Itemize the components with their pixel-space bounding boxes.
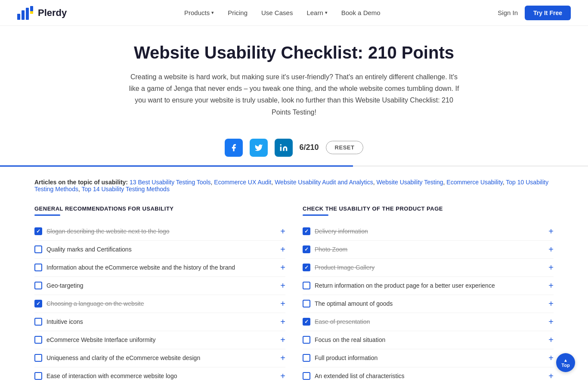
right-column: CHECK THE USABILITY OF THE PRODUCT PAGE … (303, 205, 554, 385)
scroll-to-top-button[interactable]: ▲ Top (556, 353, 575, 372)
left-column: GENERAL RECOMMENDATIONS FOR USABILITY Sl… (34, 205, 285, 385)
list-item: Information about the eCommerce website … (34, 259, 285, 277)
list-item: eCommerce Website Interface uniformity+ (34, 331, 285, 349)
expand-item-button[interactable]: + (280, 263, 285, 272)
article-link-2[interactable]: Ecommerce UX Audit (214, 179, 271, 186)
item-label: An extended list of characteristics (315, 372, 544, 381)
checkbox[interactable] (34, 300, 42, 307)
svg-rect-2 (26, 8, 29, 20)
facebook-share-button[interactable] (225, 139, 243, 157)
item-label: Quality marks and Certifications (46, 245, 276, 254)
item-label: eCommerce Website Interface uniformity (46, 335, 276, 345)
left-underline (34, 214, 60, 216)
expand-item-button[interactable]: + (280, 245, 285, 254)
nav-pricing[interactable]: Pricing (228, 9, 248, 16)
expand-item-button[interactable]: + (548, 317, 554, 326)
right-checklist: Delivery information+Photo Zoom+Product … (303, 223, 554, 385)
list-item: The optimal amount of goods+ (303, 295, 554, 313)
expand-item-button[interactable]: + (548, 245, 554, 254)
nav-book-demo[interactable]: Book a Demo (341, 9, 381, 16)
article-link-1[interactable]: 13 Best Usability Testing Tools (130, 179, 211, 186)
checkbox[interactable] (34, 245, 42, 253)
expand-item-button[interactable]: + (280, 354, 285, 362)
article-link-4[interactable]: Website Usability Testing (376, 179, 443, 186)
list-item: Intuitive icons+ (34, 313, 285, 331)
checkbox[interactable] (303, 318, 310, 326)
nav-auth: Sign In Try It Free (498, 6, 571, 20)
list-item: Focus on the real situation+ (303, 331, 554, 349)
list-item: Photo Zoom+ (303, 241, 554, 259)
svg-point-6 (280, 144, 281, 145)
list-item: Full product information+ (303, 349, 554, 367)
article-link-3[interactable]: Website Usability Audit and Analytics (275, 179, 373, 186)
item-label: Intuitive icons (46, 317, 276, 326)
svg-rect-5 (280, 146, 281, 151)
item-label: The optimal amount of goods (315, 299, 544, 308)
checklist-columns: GENERAL RECOMMENDATIONS FOR USABILITY Sl… (0, 201, 588, 385)
item-label: Information about the eCommerce website … (46, 263, 276, 272)
checkbox[interactable] (34, 227, 42, 235)
checkbox[interactable] (34, 282, 42, 289)
item-label: Focus on the real situation (315, 335, 544, 345)
expand-item-button[interactable]: + (548, 263, 554, 272)
expand-item-button[interactable]: + (280, 317, 285, 326)
checkbox[interactable] (34, 354, 42, 362)
article-link-5[interactable]: Ecommerce Usability (446, 179, 502, 186)
nav-learn[interactable]: Learn ▾ (306, 9, 327, 16)
sign-in-link[interactable]: Sign In (498, 9, 518, 16)
top-button-label: Top (561, 363, 569, 368)
logo-text: Plerdy (38, 7, 67, 19)
nav-products[interactable]: Products ▾ (184, 9, 214, 16)
checkbox[interactable] (303, 354, 310, 362)
checkbox[interactable] (34, 318, 42, 326)
checkbox[interactable] (303, 300, 310, 307)
hero-description: Creating a website is hard work, but mak… (126, 71, 462, 118)
item-label: Delivery information (315, 227, 544, 236)
item-label: Uniqueness and clarity of the eCommerce … (46, 354, 276, 363)
right-underline (303, 214, 328, 216)
list-item: Return information on the product page f… (303, 277, 554, 295)
social-row: 6/210 RESET (0, 128, 588, 165)
checkbox[interactable] (303, 372, 310, 380)
item-label: Product Image Gallery (315, 263, 544, 272)
expand-item-button[interactable]: + (548, 281, 554, 290)
expand-item-button[interactable]: + (280, 335, 285, 344)
expand-item-button[interactable]: + (280, 372, 285, 380)
checkbox[interactable] (34, 264, 42, 271)
expand-item-button[interactable]: + (548, 227, 554, 236)
reset-button[interactable]: RESET (326, 141, 364, 154)
expand-item-button[interactable]: + (548, 299, 554, 308)
list-item: Slogan describing the website next to th… (34, 223, 285, 241)
list-item: Geo-targeting+ (34, 277, 285, 295)
page-title: Website Usability Checklist: 210 Points (9, 43, 579, 62)
nav-links: Products ▾ Pricing Use Cases Learn ▾ Boo… (184, 9, 381, 16)
checkbox[interactable] (303, 227, 310, 235)
expand-item-button[interactable]: + (548, 372, 554, 380)
twitter-share-button[interactable] (250, 139, 268, 157)
svg-rect-0 (17, 14, 20, 20)
checkbox[interactable] (34, 372, 42, 380)
checkbox[interactable] (34, 336, 42, 344)
hero-section: Website Usability Checklist: 210 Points … (0, 26, 588, 128)
checkbox[interactable] (303, 264, 310, 271)
checkbox[interactable] (303, 336, 310, 344)
list-item: Quality marks and Certifications+ (34, 241, 285, 259)
try-free-button[interactable]: Try It Free (525, 6, 571, 20)
list-item: Choosing a language on the website+ (34, 295, 285, 313)
expand-item-button[interactable]: + (280, 299, 285, 308)
item-label: Ease of interaction with ecommerce websi… (46, 372, 276, 381)
expand-item-button[interactable]: + (548, 354, 554, 362)
expand-item-button[interactable]: + (280, 227, 285, 236)
logo[interactable]: Plerdy (17, 6, 67, 20)
item-label: Geo-targeting (46, 281, 276, 290)
learn-chevron-icon: ▾ (325, 10, 328, 16)
checkbox[interactable] (303, 282, 310, 289)
expand-item-button[interactable]: + (548, 335, 554, 344)
nav-use-cases[interactable]: Use Cases (261, 9, 293, 16)
checkbox[interactable] (303, 245, 310, 253)
svg-rect-4 (30, 11, 33, 14)
svg-rect-3 (30, 6, 33, 11)
linkedin-share-button[interactable] (275, 139, 293, 157)
expand-item-button[interactable]: + (280, 281, 285, 290)
article-link-7[interactable]: Top 14 Usability Testing Methods (81, 186, 169, 192)
